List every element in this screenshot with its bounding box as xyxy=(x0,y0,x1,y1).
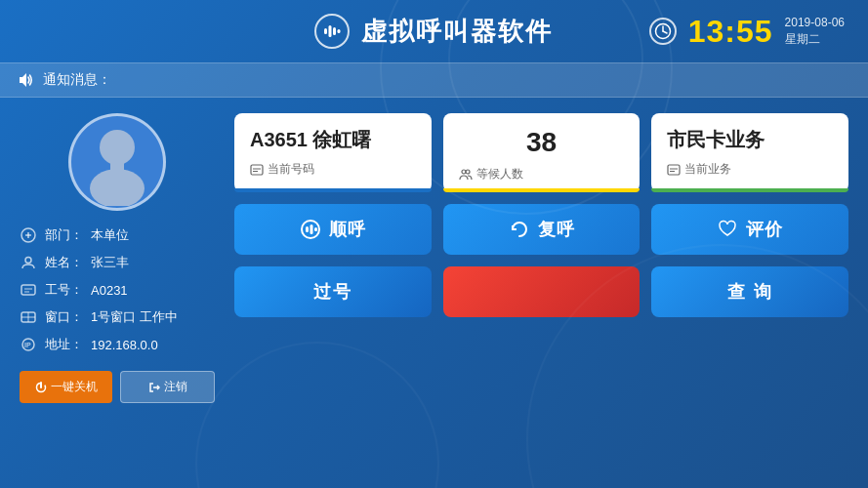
name-row: 姓名： 张三丰 xyxy=(20,254,215,271)
ip-icon: IP xyxy=(20,336,37,353)
svg-rect-35 xyxy=(306,226,309,232)
power-icon xyxy=(35,382,47,393)
current-number-card: A3651 徐虹曙 当前号码 xyxy=(234,113,432,192)
header-center: 虚拟呼叫器软件 xyxy=(314,14,553,49)
header: 虚拟呼叫器软件 13:55 2019-08-06 星期二 xyxy=(0,0,868,62)
employee-id-label: 工号： xyxy=(45,281,83,299)
header-right: 13:55 2019-08-06 星期二 xyxy=(649,14,845,50)
time-display: 13:55 xyxy=(688,14,773,50)
shutdown-label: 一键关机 xyxy=(51,379,98,395)
window-icon xyxy=(20,308,37,326)
svg-rect-2 xyxy=(333,27,336,35)
current-service-value: 市民卡业务 xyxy=(667,127,833,153)
waiting-count-value: 38 xyxy=(459,127,625,158)
current-service-label: 当前业务 xyxy=(667,161,833,178)
notification-label: 通知消息： xyxy=(43,71,111,89)
current-number-value: A3651 徐虹曙 xyxy=(250,127,416,153)
guohao-button[interactable]: 过号 xyxy=(234,266,432,317)
ticket-icon xyxy=(250,163,264,177)
svg-point-8 xyxy=(100,130,135,165)
name-value: 张三丰 xyxy=(91,254,129,271)
app-title: 虚拟呼叫器软件 xyxy=(361,15,553,49)
department-row: 部门： 本单位 xyxy=(20,226,215,244)
person-icon xyxy=(20,254,37,271)
waiting-count-label: 等候人数 xyxy=(459,166,625,183)
guohao-label: 过号 xyxy=(313,280,352,304)
window-label: 窗口： xyxy=(45,308,83,326)
ip-label: 地址： xyxy=(45,336,83,353)
svg-rect-10 xyxy=(110,163,124,173)
svg-point-9 xyxy=(90,169,145,206)
fuhu-icon xyxy=(509,219,530,240)
current-service-card: 市民卡业务 当前业务 xyxy=(651,113,848,192)
svg-text:IP: IP xyxy=(24,342,31,348)
people-icon xyxy=(459,168,473,182)
department-icon xyxy=(20,226,37,244)
shunhu-icon xyxy=(300,219,321,240)
svg-rect-37 xyxy=(314,227,317,231)
bottom-buttons: 一键关机 注销 xyxy=(20,371,215,403)
shunhu-button[interactable]: 顺呼 xyxy=(234,204,432,255)
clock-icon xyxy=(649,18,677,45)
svg-line-6 xyxy=(663,31,667,33)
svg-rect-15 xyxy=(21,285,35,295)
svg-point-29 xyxy=(462,170,466,174)
shunhu-label: 顺呼 xyxy=(329,218,366,241)
date-display: 2019-08-06 xyxy=(785,15,845,31)
employee-id-row: 工号： A0231 xyxy=(20,281,215,299)
left-panel: 部门： 本单位 姓名： 张三丰 工号： A0231 xyxy=(20,113,215,472)
name-label: 姓名： xyxy=(45,254,83,271)
department-value: 本单位 xyxy=(91,226,129,244)
avatar xyxy=(68,113,166,211)
ip-row: IP 地址： 192.168.0.0 xyxy=(20,336,215,353)
svg-rect-26 xyxy=(251,165,263,175)
current-number-label: 当前号码 xyxy=(250,161,416,178)
id-icon xyxy=(20,281,37,299)
waiting-count-card: 38 等候人数 xyxy=(443,113,641,192)
window-row: 窗口： 1号窗口 工作中 xyxy=(20,308,215,326)
service-icon xyxy=(667,163,681,177)
logout-button[interactable]: 注销 xyxy=(120,371,215,403)
svg-point-30 xyxy=(466,170,470,174)
svg-rect-0 xyxy=(324,28,327,34)
ip-value: 192.168.0.0 xyxy=(91,338,158,352)
svg-point-14 xyxy=(25,258,31,264)
heart-icon xyxy=(717,219,738,240)
svg-rect-31 xyxy=(668,165,680,175)
sound-wave-icon xyxy=(314,14,350,49)
logout-icon xyxy=(148,382,160,393)
svg-rect-36 xyxy=(310,224,312,234)
avatar-container xyxy=(20,113,215,211)
shutdown-button[interactable]: 一键关机 xyxy=(20,371,112,403)
fuhu-label: 复呼 xyxy=(538,218,575,241)
svg-marker-7 xyxy=(20,73,26,87)
svg-rect-3 xyxy=(338,29,341,33)
cards-row: A3651 徐虹曙 当前号码 38 xyxy=(234,113,848,192)
pingjia-label: 评价 xyxy=(746,218,783,241)
date-info: 2019-08-06 星期二 xyxy=(785,15,845,48)
svg-rect-1 xyxy=(329,25,332,37)
department-label: 部门： xyxy=(45,226,83,244)
window-value: 1号窗口 工作中 xyxy=(91,308,178,326)
employee-id-value: A0231 xyxy=(91,283,128,298)
logout-label: 注销 xyxy=(164,379,187,395)
weekday-display: 星期二 xyxy=(785,31,845,48)
speaker-icon xyxy=(16,70,35,90)
